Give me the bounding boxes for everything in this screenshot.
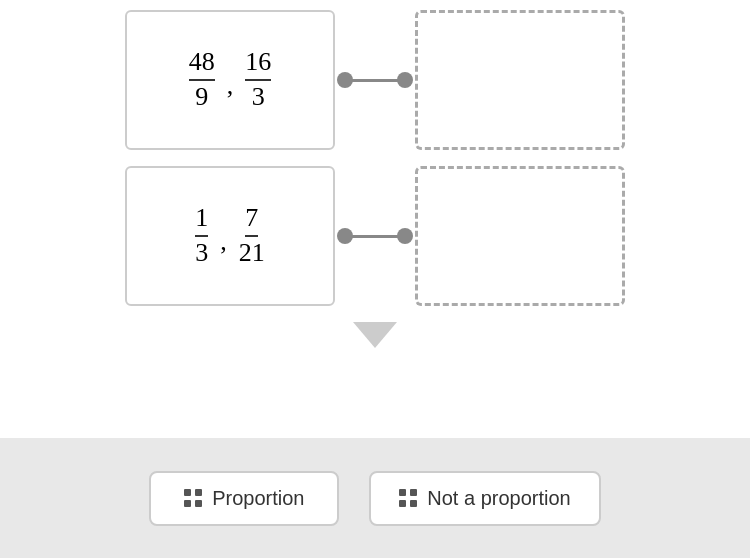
fraction-card-2: 1 3 , 7 21 bbox=[125, 166, 335, 306]
drop-zone-1[interactable] bbox=[415, 10, 625, 150]
fraction-1a: 48 9 bbox=[189, 48, 215, 111]
fraction-card-1: 48 9 , 16 3 bbox=[125, 10, 335, 150]
proportion-label: Proportion bbox=[212, 487, 304, 510]
fraction-content-2: 1 3 , 7 21 bbox=[195, 204, 265, 267]
proportion-icon bbox=[184, 489, 202, 507]
fraction-2a: 1 3 bbox=[195, 204, 208, 267]
numerator-2b: 7 bbox=[245, 204, 258, 237]
denominator-2b: 21 bbox=[239, 237, 265, 268]
denominator-2a: 3 bbox=[195, 237, 208, 268]
card-row-2: 1 3 , 7 21 bbox=[80, 166, 670, 306]
card-row-1: 48 9 , 16 3 bbox=[80, 10, 670, 150]
fraction-content-1: 48 9 , 16 3 bbox=[189, 48, 272, 111]
not-proportion-button[interactable]: Not a proportion bbox=[369, 471, 600, 526]
comma-1: , bbox=[227, 73, 234, 99]
connector-dot-right-2 bbox=[397, 228, 413, 244]
fraction-1b: 16 3 bbox=[245, 48, 271, 111]
denominator-1a: 9 bbox=[195, 81, 208, 112]
numerator-1a: 48 bbox=[189, 48, 215, 81]
cards-area: 48 9 , 16 3 bbox=[0, 0, 750, 438]
not-proportion-icon bbox=[399, 489, 417, 507]
not-proportion-label: Not a proportion bbox=[427, 487, 570, 510]
numerator-2a: 1 bbox=[195, 204, 208, 237]
connector-line-2 bbox=[345, 235, 405, 238]
numerator-1b: 16 bbox=[245, 48, 271, 81]
connector-dot-right-1 bbox=[397, 72, 413, 88]
drop-zone-2[interactable] bbox=[415, 166, 625, 306]
fraction-2b: 7 21 bbox=[239, 204, 265, 267]
connector-line-1 bbox=[345, 79, 405, 82]
bottom-bar: Proportion Not a proportion bbox=[0, 438, 750, 558]
main-container: 48 9 , 16 3 bbox=[0, 0, 750, 558]
connector-1 bbox=[345, 79, 405, 82]
denominator-1b: 3 bbox=[252, 81, 265, 112]
connector-2 bbox=[345, 235, 405, 238]
arrow-down bbox=[353, 322, 397, 348]
comma-2: , bbox=[220, 229, 227, 255]
proportion-button[interactable]: Proportion bbox=[149, 471, 339, 526]
